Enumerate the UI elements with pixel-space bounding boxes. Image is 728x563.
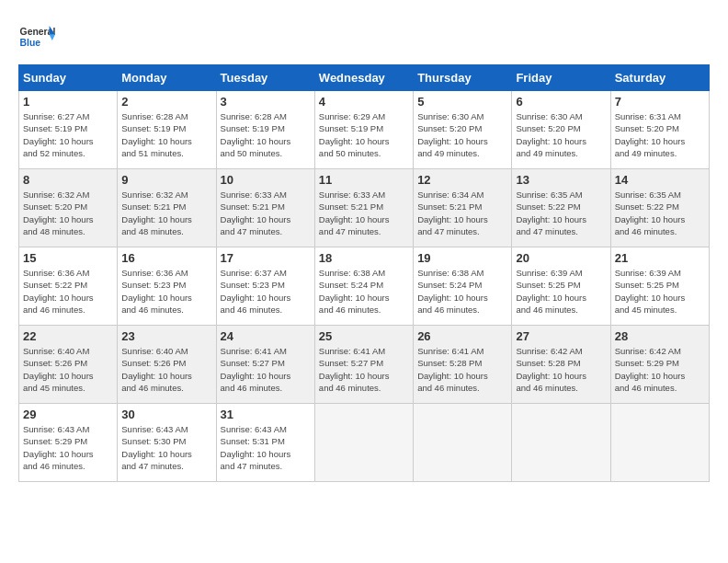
day-info: Sunrise: 6:32 AMSunset: 5:20 PMDaylight:…	[23, 189, 113, 237]
calendar-cell	[610, 404, 709, 482]
calendar-cell: 13Sunrise: 6:35 AMSunset: 5:22 PMDayligh…	[512, 169, 610, 247]
day-info: Sunrise: 6:28 AMSunset: 5:19 PMDaylight:…	[121, 110, 211, 159]
calendar-cell: 22Sunrise: 6:40 AMSunset: 5:26 PMDayligh…	[19, 326, 118, 404]
day-info: Sunrise: 6:34 AMSunset: 5:21 PMDaylight:…	[417, 189, 507, 237]
weekday-header-friday: Friday	[512, 65, 610, 91]
calendar-week-row: 22Sunrise: 6:40 AMSunset: 5:26 PMDayligh…	[19, 326, 710, 404]
calendar-cell: 3Sunrise: 6:28 AMSunset: 5:19 PMDaylight…	[216, 91, 314, 169]
day-info: Sunrise: 6:43 AMSunset: 5:31 PMDaylight:…	[221, 423, 311, 472]
day-info: Sunrise: 6:29 AMSunset: 5:19 PMDaylight:…	[319, 110, 409, 159]
weekday-header-monday: Monday	[118, 65, 216, 91]
day-number: 11	[319, 173, 409, 187]
calendar-table: SundayMondayTuesdayWednesdayThursdayFrid…	[18, 64, 710, 482]
day-info: Sunrise: 6:30 AMSunset: 5:20 PMDaylight:…	[417, 110, 507, 159]
day-number: 15	[23, 251, 113, 265]
calendar-cell: 15Sunrise: 6:36 AMSunset: 5:22 PMDayligh…	[19, 247, 118, 326]
calendar-cell: 30Sunrise: 6:43 AMSunset: 5:30 PMDayligh…	[118, 404, 216, 482]
day-number: 5	[417, 95, 507, 109]
calendar-cell: 14Sunrise: 6:35 AMSunset: 5:22 PMDayligh…	[610, 169, 709, 247]
calendar-cell: 17Sunrise: 6:37 AMSunset: 5:23 PMDayligh…	[216, 247, 314, 326]
day-number: 21	[615, 251, 705, 265]
calendar-cell: 26Sunrise: 6:41 AMSunset: 5:28 PMDayligh…	[414, 326, 512, 404]
calendar-cell	[414, 404, 512, 482]
day-number: 28	[615, 329, 705, 343]
day-info: Sunrise: 6:36 AMSunset: 5:22 PMDaylight:…	[23, 267, 113, 316]
day-info: Sunrise: 6:36 AMSunset: 5:23 PMDaylight:…	[121, 267, 211, 316]
calendar-header-row: SundayMondayTuesdayWednesdayThursdayFrid…	[19, 65, 710, 91]
day-number: 24	[221, 329, 311, 343]
day-number: 8	[23, 173, 113, 187]
calendar-cell: 20Sunrise: 6:39 AMSunset: 5:25 PMDayligh…	[512, 247, 610, 326]
day-number: 31	[221, 408, 311, 421]
calendar-cell: 16Sunrise: 6:36 AMSunset: 5:23 PMDayligh…	[118, 247, 216, 326]
day-info: Sunrise: 6:39 AMSunset: 5:25 PMDaylight:…	[615, 267, 705, 316]
calendar-cell: 5Sunrise: 6:30 AMSunset: 5:20 PMDaylight…	[414, 91, 512, 169]
day-info: Sunrise: 6:32 AMSunset: 5:21 PMDaylight:…	[121, 189, 211, 237]
day-info: Sunrise: 6:27 AMSunset: 5:19 PMDaylight:…	[23, 110, 113, 159]
day-number: 3	[221, 95, 311, 109]
calendar-cell: 28Sunrise: 6:42 AMSunset: 5:29 PMDayligh…	[610, 326, 709, 404]
day-info: Sunrise: 6:40 AMSunset: 5:26 PMDaylight:…	[23, 345, 113, 394]
calendar-cell: 11Sunrise: 6:33 AMSunset: 5:21 PMDayligh…	[314, 169, 413, 247]
calendar-cell	[512, 404, 610, 482]
calendar-cell: 6Sunrise: 6:30 AMSunset: 5:20 PMDaylight…	[512, 91, 610, 169]
day-info: Sunrise: 6:38 AMSunset: 5:24 PMDaylight:…	[319, 267, 409, 316]
day-info: Sunrise: 6:43 AMSunset: 5:30 PMDaylight:…	[121, 423, 211, 472]
day-number: 7	[615, 95, 705, 109]
day-info: Sunrise: 6:35 AMSunset: 5:22 PMDaylight:…	[615, 189, 705, 237]
page-header: General Blue	[18, 18, 710, 55]
calendar-week-row: 15Sunrise: 6:36 AMSunset: 5:22 PMDayligh…	[19, 247, 710, 326]
calendar-week-row: 29Sunrise: 6:43 AMSunset: 5:29 PMDayligh…	[19, 404, 710, 482]
day-info: Sunrise: 6:31 AMSunset: 5:20 PMDaylight:…	[615, 110, 705, 159]
day-number: 6	[516, 95, 606, 109]
day-info: Sunrise: 6:42 AMSunset: 5:29 PMDaylight:…	[615, 345, 705, 394]
calendar-cell: 4Sunrise: 6:29 AMSunset: 5:19 PMDaylight…	[314, 91, 413, 169]
weekday-header-thursday: Thursday	[414, 65, 512, 91]
day-number: 25	[319, 329, 409, 343]
calendar-cell: 25Sunrise: 6:41 AMSunset: 5:27 PMDayligh…	[314, 326, 413, 404]
day-number: 17	[221, 251, 311, 265]
day-info: Sunrise: 6:42 AMSunset: 5:28 PMDaylight:…	[516, 345, 606, 394]
calendar-cell: 27Sunrise: 6:42 AMSunset: 5:28 PMDayligh…	[512, 326, 610, 404]
day-number: 1	[23, 95, 113, 109]
calendar-cell: 9Sunrise: 6:32 AMSunset: 5:21 PMDaylight…	[118, 169, 216, 247]
calendar-week-row: 1Sunrise: 6:27 AMSunset: 5:19 PMDaylight…	[19, 91, 710, 169]
weekday-header-saturday: Saturday	[610, 65, 709, 91]
day-number: 2	[121, 95, 211, 109]
day-info: Sunrise: 6:41 AMSunset: 5:27 PMDaylight:…	[319, 345, 409, 394]
day-number: 27	[516, 329, 606, 343]
weekday-header-wednesday: Wednesday	[314, 65, 413, 91]
calendar-cell: 24Sunrise: 6:41 AMSunset: 5:27 PMDayligh…	[216, 326, 314, 404]
calendar-cell	[314, 404, 413, 482]
day-number: 14	[615, 173, 705, 187]
day-number: 20	[516, 251, 606, 265]
calendar-cell: 29Sunrise: 6:43 AMSunset: 5:29 PMDayligh…	[19, 404, 118, 482]
day-info: Sunrise: 6:41 AMSunset: 5:27 PMDaylight:…	[221, 345, 311, 394]
day-info: Sunrise: 6:41 AMSunset: 5:28 PMDaylight:…	[417, 345, 507, 394]
calendar-week-row: 8Sunrise: 6:32 AMSunset: 5:20 PMDaylight…	[19, 169, 710, 247]
weekday-header-tuesday: Tuesday	[216, 65, 314, 91]
calendar-cell: 19Sunrise: 6:38 AMSunset: 5:24 PMDayligh…	[414, 247, 512, 326]
day-info: Sunrise: 6:30 AMSunset: 5:20 PMDaylight:…	[516, 110, 606, 159]
svg-text:Blue: Blue	[20, 38, 41, 48]
calendar-cell: 23Sunrise: 6:40 AMSunset: 5:26 PMDayligh…	[118, 326, 216, 404]
day-info: Sunrise: 6:40 AMSunset: 5:26 PMDaylight:…	[121, 345, 211, 394]
day-number: 29	[23, 408, 113, 421]
day-info: Sunrise: 6:39 AMSunset: 5:25 PMDaylight:…	[516, 267, 606, 316]
calendar-cell: 12Sunrise: 6:34 AMSunset: 5:21 PMDayligh…	[414, 169, 512, 247]
day-number: 18	[319, 251, 409, 265]
calendar-cell: 1Sunrise: 6:27 AMSunset: 5:19 PMDaylight…	[19, 91, 118, 169]
day-number: 4	[319, 95, 409, 109]
calendar-cell: 10Sunrise: 6:33 AMSunset: 5:21 PMDayligh…	[216, 169, 314, 247]
day-info: Sunrise: 6:35 AMSunset: 5:22 PMDaylight:…	[516, 189, 606, 237]
logo: General Blue	[18, 18, 59, 55]
day-number: 19	[417, 251, 507, 265]
day-number: 22	[23, 329, 113, 343]
day-info: Sunrise: 6:38 AMSunset: 5:24 PMDaylight:…	[417, 267, 507, 316]
day-info: Sunrise: 6:43 AMSunset: 5:29 PMDaylight:…	[23, 423, 113, 472]
calendar-cell: 21Sunrise: 6:39 AMSunset: 5:25 PMDayligh…	[610, 247, 709, 326]
day-info: Sunrise: 6:33 AMSunset: 5:21 PMDaylight:…	[221, 189, 311, 237]
day-number: 12	[417, 173, 507, 187]
day-number: 16	[121, 251, 211, 265]
calendar-cell: 7Sunrise: 6:31 AMSunset: 5:20 PMDaylight…	[610, 91, 709, 169]
